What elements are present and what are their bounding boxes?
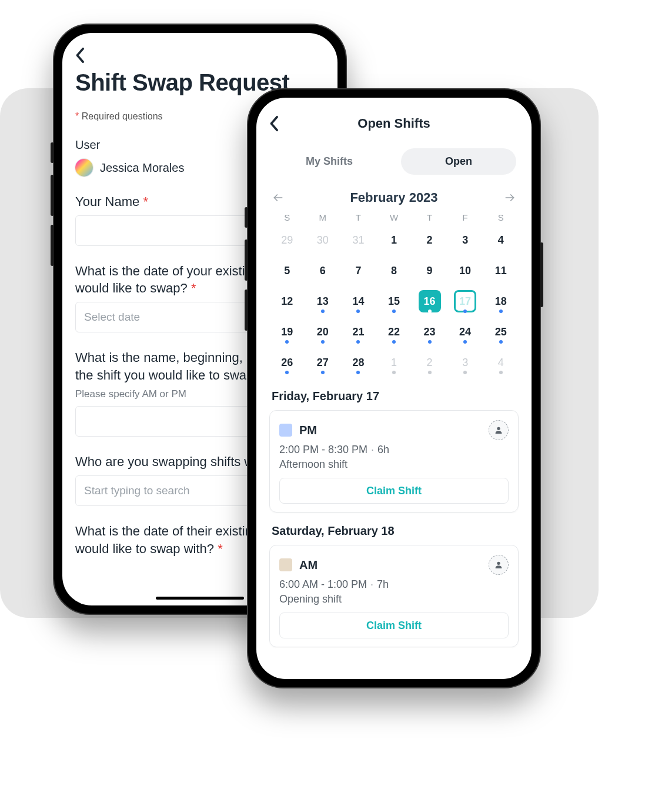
dow: T: [412, 212, 447, 222]
calendar-day[interactable]: 2: [412, 225, 447, 255]
calendar-day[interactable]: 1: [376, 347, 412, 378]
calendar-day[interactable]: 20: [305, 317, 341, 347]
dow: S: [269, 212, 305, 222]
calendar-day[interactable]: 18: [483, 286, 519, 317]
assignee-icon[interactable]: [489, 420, 509, 440]
phone-power-button: [540, 242, 543, 307]
shift-description: Opening shift: [279, 593, 509, 605]
svg-point-2: [497, 427, 500, 430]
phone-volume-up: [51, 175, 54, 216]
dow: W: [376, 212, 412, 222]
calendar-day[interactable]: 29: [269, 225, 305, 255]
prev-month-icon[interactable]: [269, 189, 287, 207]
calendar-day[interactable]: 13: [305, 286, 341, 317]
phone-mute-switch: [51, 142, 54, 163]
dow: S: [483, 212, 519, 222]
back-icon[interactable]: [75, 47, 325, 64]
assignee-icon[interactable]: [489, 555, 509, 575]
page-title: Open Shifts: [357, 116, 430, 131]
home-indicator: [156, 597, 244, 600]
calendar-day[interactable]: 16: [412, 286, 447, 317]
calendar-day[interactable]: 17: [447, 286, 483, 317]
calendar-day[interactable]: 3: [447, 347, 483, 378]
calendar-day[interactable]: 4: [483, 225, 519, 255]
svg-point-3: [497, 562, 500, 565]
shift-badge: AM: [299, 558, 318, 572]
calendar: S M T W T F S 29303112345678910111213141…: [269, 212, 519, 378]
user-name: Jessica Morales: [100, 161, 184, 175]
dow: F: [447, 212, 483, 222]
calendar-day[interactable]: 12: [269, 286, 305, 317]
shift-color-swatch: [279, 424, 292, 437]
calendar-day[interactable]: 15: [376, 286, 412, 317]
segmented-tabs: My Shifts Open: [272, 148, 516, 175]
shift-date-heading: Friday, February 17: [272, 390, 516, 403]
tab-open[interactable]: Open: [401, 148, 516, 175]
back-icon[interactable]: [269, 115, 280, 132]
calendar-day[interactable]: 28: [340, 347, 376, 378]
calendar-day[interactable]: 26: [269, 347, 305, 378]
shift-card: PM 2:00 PM - 8:30 PM·6h Afternoon shift …: [269, 410, 519, 513]
calendar-day[interactable]: 11: [483, 255, 519, 286]
shift-card: AM 6:00 AM - 1:00 PM·7h Opening shift Cl…: [269, 545, 519, 647]
shift-description: Afternoon shift: [279, 458, 509, 471]
shift-color-swatch: [279, 558, 292, 571]
next-month-icon[interactable]: [501, 189, 519, 207]
calendar-day[interactable]: 23: [412, 317, 447, 347]
calendar-day[interactable]: 14: [340, 286, 376, 317]
calendar-day[interactable]: 7: [340, 255, 376, 286]
phone-mute-switch: [245, 207, 248, 228]
calendar-day[interactable]: 30: [305, 225, 341, 255]
dow: M: [305, 212, 341, 222]
claim-shift-button[interactable]: Claim Shift: [279, 478, 509, 504]
shift-time: 2:00 PM - 8:30 PM·6h: [279, 444, 509, 456]
shift-badge: PM: [299, 424, 317, 437]
calendar-day[interactable]: 24: [447, 317, 483, 347]
calendar-day[interactable]: 1: [376, 225, 412, 255]
shift-date-heading: Saturday, February 18: [272, 524, 516, 538]
calendar-day[interactable]: 19: [269, 317, 305, 347]
claim-shift-button[interactable]: Claim Shift: [279, 613, 509, 638]
calendar-day[interactable]: 22: [376, 317, 412, 347]
dow: T: [340, 212, 376, 222]
phone-volume-down: [245, 289, 248, 331]
month-label: February 2023: [350, 190, 437, 205]
calendar-day[interactable]: 9: [412, 255, 447, 286]
avatar: [75, 159, 93, 177]
calendar-day[interactable]: 6: [305, 255, 341, 286]
calendar-day[interactable]: 10: [447, 255, 483, 286]
phone-frame-open-shifts: Open Shifts My Shifts Open February 2023…: [247, 88, 541, 688]
calendar-day[interactable]: 3: [447, 225, 483, 255]
calendar-day[interactable]: 21: [340, 317, 376, 347]
shift-time: 6:00 AM - 1:00 PM·7h: [279, 578, 509, 591]
calendar-day[interactable]: 4: [483, 347, 519, 378]
calendar-day[interactable]: 8: [376, 255, 412, 286]
phone-volume-down: [51, 225, 54, 266]
calendar-day[interactable]: 2: [412, 347, 447, 378]
calendar-day[interactable]: 5: [269, 255, 305, 286]
calendar-day[interactable]: 25: [483, 317, 519, 347]
calendar-day[interactable]: 27: [305, 347, 341, 378]
phone-volume-up: [245, 239, 248, 281]
tab-my-shifts[interactable]: My Shifts: [272, 148, 387, 175]
calendar-day[interactable]: 31: [340, 225, 376, 255]
